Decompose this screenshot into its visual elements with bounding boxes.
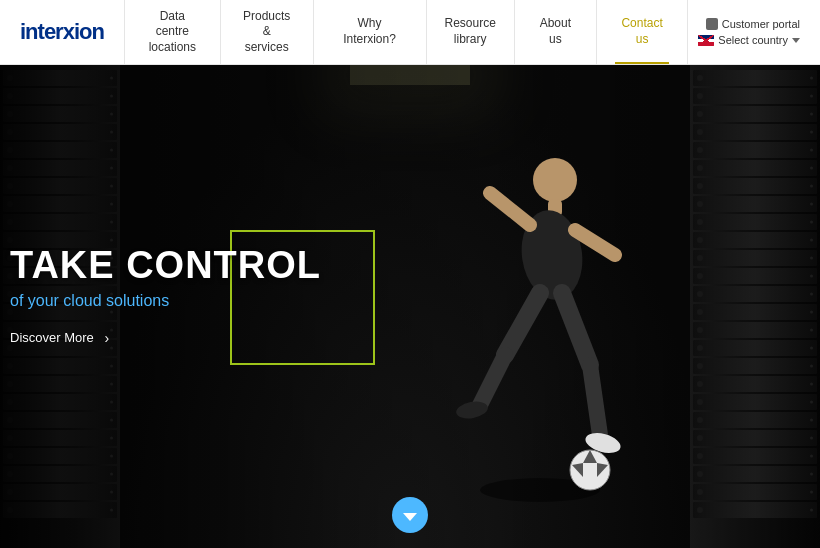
nav-products[interactable]: Products &services	[221, 0, 314, 64]
hero-subtitle: of your cloud solutions	[10, 292, 321, 310]
select-country-label: Select country	[718, 34, 788, 46]
chevron-down-icon	[792, 38, 800, 43]
svg-line-6	[505, 293, 540, 355]
nav-contact[interactable]: Contact us	[597, 0, 688, 64]
customer-portal-label: Customer portal	[722, 18, 800, 30]
main-nav: Data centrelocations Products &services …	[124, 0, 688, 64]
nav-data-centre[interactable]: Data centrelocations	[124, 0, 221, 64]
hero-title: TAKE CONTROL	[10, 245, 321, 287]
nav-why[interactable]: Why Interxion?	[314, 0, 427, 64]
discover-more-label: Discover More	[10, 330, 94, 345]
svg-point-1	[533, 158, 577, 202]
customer-portal-link[interactable]: Customer portal	[706, 18, 800, 30]
uk-flag-icon	[698, 35, 714, 46]
hero-content: TAKE CONTROL of your cloud solutions Dis…	[10, 245, 321, 346]
customer-portal-icon	[706, 18, 718, 30]
header: interxion Data centrelocations Products …	[0, 0, 820, 65]
svg-line-4	[490, 193, 530, 225]
chevron-down-icon	[403, 513, 417, 521]
header-right: Customer portal Select country	[698, 18, 800, 46]
svg-line-8	[562, 293, 590, 365]
select-country-dropdown[interactable]: Select country	[698, 34, 800, 46]
nav-about[interactable]: About us	[515, 0, 597, 64]
logo[interactable]: interxion	[20, 19, 104, 45]
discover-more-link[interactable]: Discover More ›	[10, 330, 321, 346]
arrow-right-icon: ›	[99, 330, 115, 346]
svg-line-7	[480, 355, 505, 405]
hero-section: TAKE CONTROL of your cloud solutions Dis…	[0, 65, 820, 548]
scroll-down-button[interactable]	[392, 497, 428, 533]
nav-resource[interactable]: Resourcelibrary	[427, 0, 515, 64]
hero-player-image	[400, 125, 680, 505]
svg-line-9	[590, 365, 600, 435]
